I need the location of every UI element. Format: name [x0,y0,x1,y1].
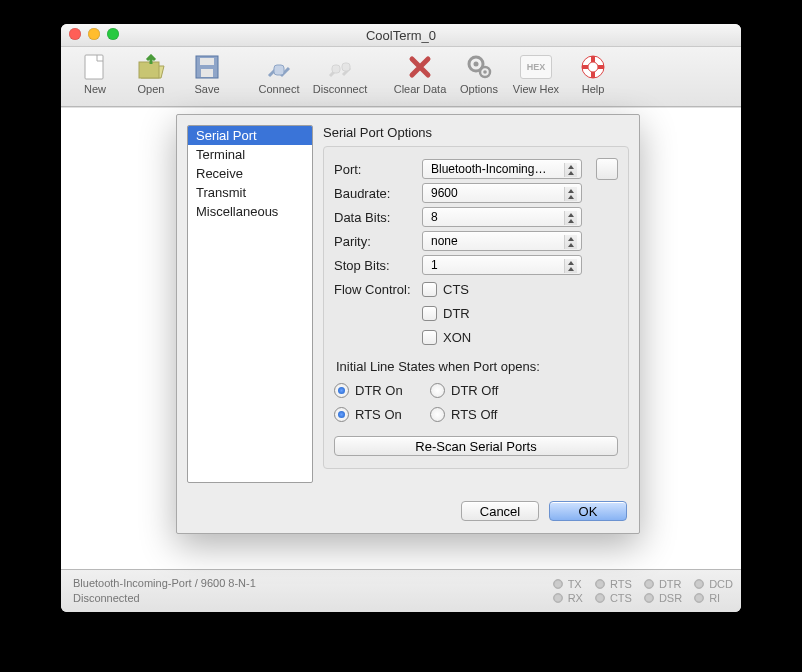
svg-rect-2 [139,62,159,78]
status-state: Disconnected [73,591,256,606]
dtr-on-radio[interactable]: DTR On [334,383,422,398]
app-window: CoolTerm_0 New Open Save Connect Disconn… [61,24,741,612]
port-select[interactable]: Bluetooth-Incoming… [422,159,582,179]
connect-button[interactable]: Connect [253,51,305,95]
initial-states-label: Initial Line States when Port opens: [336,359,616,374]
open-icon [137,54,165,80]
svg-point-10 [474,62,479,67]
plug-icon [265,54,293,80]
toolbar: New Open Save Connect Disconnect Clear D… [61,47,741,107]
parity-select[interactable]: none [422,231,582,251]
sidebar-item-receive[interactable]: Receive [188,164,312,183]
parity-label: Parity: [334,234,414,249]
led-tx: TX [553,578,583,590]
baud-select[interactable]: 9600 [422,183,582,203]
rescan-button[interactable]: Re-Scan Serial Ports [334,436,618,456]
svg-rect-7 [332,65,340,73]
help-button[interactable]: Help [567,51,619,95]
minimize-icon[interactable] [88,28,100,40]
plug-off-icon [326,54,354,80]
sidebar-item-transmit[interactable]: Transmit [188,183,312,202]
led-rx: RX [553,592,583,604]
svg-rect-8 [342,63,350,71]
led-ri: RI [694,592,733,604]
baud-label: Baudrate: [334,186,414,201]
svg-rect-4 [200,58,214,65]
status-leds: TX RTS DTR DCD RX CTS DSR RI [553,578,733,604]
status-text: Bluetooth-Incoming-Port / 9600 8-N-1 Dis… [73,576,256,607]
sidebar-item-miscellaneous[interactable]: Miscellaneous [188,202,312,221]
open-button[interactable]: Open [125,51,177,95]
new-button[interactable]: New [69,51,121,95]
hex-icon: HEX [520,55,552,79]
led-dtr: DTR [644,578,682,590]
options-sidebar: Serial PortTerminalReceiveTransmitMiscel… [187,125,313,483]
statusbar: Bluetooth-Incoming-Port / 9600 8-N-1 Dis… [61,569,741,612]
stopbits-select[interactable]: 1 [422,255,582,275]
led-dsr: DSR [644,592,682,604]
titlebar: CoolTerm_0 [61,24,741,47]
dtr-off-radio[interactable]: DTR Off [430,383,518,398]
svg-point-12 [483,70,487,74]
led-rts: RTS [595,578,632,590]
options-dialog: Serial PortTerminalReceiveTransmitMiscel… [176,114,640,534]
viewhex-button[interactable]: HEXView Hex [509,51,563,95]
save-icon [194,54,220,80]
xon-checkbox[interactable]: XON [422,330,471,345]
x-icon [408,55,432,79]
file-icon [83,53,107,81]
pane-heading: Serial Port Options [323,125,629,140]
serial-port-group: Port: Bluetooth-Incoming… Baudrate: 9600… [323,146,629,469]
close-icon[interactable] [69,28,81,40]
help-icon [580,54,606,80]
cancel-button[interactable]: Cancel [461,501,539,521]
stopbits-label: Stop Bits: [334,258,414,273]
zoom-icon[interactable] [107,28,119,40]
svg-point-14 [588,62,598,72]
gear-icon [466,54,492,80]
ok-button[interactable]: OK [549,501,627,521]
svg-rect-5 [201,69,213,77]
databits-select[interactable]: 8 [422,207,582,227]
disconnect-button[interactable]: Disconnect [309,51,371,95]
flow-label: Flow Control: [334,282,414,297]
content-area: Serial PortTerminalReceiveTransmitMiscel… [61,107,741,569]
databits-label: Data Bits: [334,210,414,225]
options-button[interactable]: Options [453,51,505,95]
svg-rect-0 [85,55,103,79]
rts-on-radio[interactable]: RTS On [334,407,422,422]
cleardata-button[interactable]: Clear Data [391,51,449,95]
options-pane: Serial Port Options Port: Bluetooth-Inco… [323,125,629,483]
port-extra-button[interactable] [596,158,618,180]
status-connection: Bluetooth-Incoming-Port / 9600 8-N-1 [73,576,256,591]
save-button[interactable]: Save [181,51,233,95]
port-label: Port: [334,162,414,177]
sidebar-item-terminal[interactable]: Terminal [188,145,312,164]
cts-checkbox[interactable]: CTS [422,282,469,297]
rts-off-radio[interactable]: RTS Off [430,407,518,422]
sidebar-item-serial-port[interactable]: Serial Port [188,126,312,145]
dtr-checkbox[interactable]: DTR [422,306,470,321]
window-title: CoolTerm_0 [366,28,436,43]
led-dcd: DCD [694,578,733,590]
led-cts: CTS [595,592,632,604]
svg-rect-6 [274,65,284,75]
